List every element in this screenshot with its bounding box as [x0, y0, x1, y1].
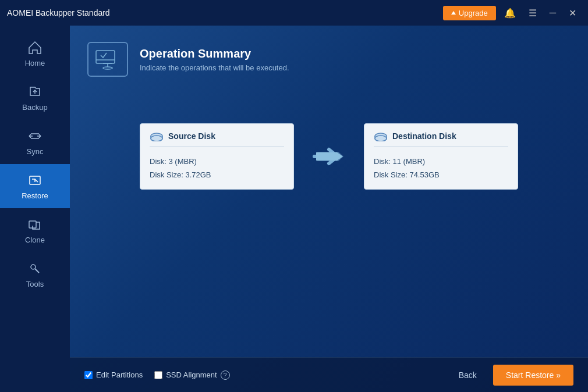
notifications-button[interactable]: 🔔	[500, 5, 520, 21]
sidebar-item-clone[interactable]: Clone	[0, 208, 70, 252]
upgrade-label: Upgrade	[459, 9, 488, 17]
bell-icon: 🔔	[504, 8, 516, 19]
destination-disk-title: Destination Disk	[392, 131, 456, 141]
destination-disk-size: Disk Size: 74.53GB	[374, 168, 508, 181]
tools-icon	[27, 261, 43, 277]
ssd-alignment-help-icon[interactable]: ?	[221, 370, 230, 380]
back-button[interactable]: Back	[452, 367, 484, 383]
destination-disk-body: Disk: 11 (MBR) Disk Size: 74.53GB	[374, 155, 508, 182]
content-area: Operation Summary Indicate the operation…	[70, 26, 588, 392]
titlebar: AOMEI Backupper Standard Upgrade 🔔 ☰ ─ ✕	[0, 0, 588, 26]
clone-icon	[27, 216, 43, 233]
ssd-alignment-checkbox[interactable]	[154, 371, 162, 379]
sidebar-item-sync[interactable]: Sync	[0, 120, 70, 164]
destination-disk-number: Disk: 11 (MBR)	[374, 155, 508, 168]
destination-disk-card: Destination Disk Disk: 11 (MBR) Disk Siz…	[364, 123, 518, 190]
main-layout: Home Backup Sync Restore	[0, 26, 588, 392]
hamburger-icon: ☰	[529, 8, 537, 19]
page-subtitle: Indicate the operations that will be exe…	[140, 63, 289, 72]
app-title: AOMEI Backupper Standard	[7, 8, 110, 17]
content-header: Operation Summary Indicate the operation…	[70, 26, 588, 88]
source-disk-number: Disk: 3 (MBR)	[150, 155, 284, 168]
sidebar-item-backup[interactable]: Backup	[0, 76, 70, 120]
edit-partitions-checkbox[interactable]	[84, 371, 93, 379]
destination-disk-header: Destination Disk	[374, 131, 508, 147]
upgrade-arrow-icon	[451, 11, 456, 15]
restore-icon	[27, 172, 43, 188]
svg-rect-2	[96, 51, 115, 63]
minimize-button[interactable]: ─	[545, 5, 561, 20]
source-disk-card: Source Disk Disk: 3 (MBR) Disk Size: 3.7…	[140, 123, 294, 190]
operation-summary-icon	[94, 47, 122, 72]
header-icon-box	[87, 42, 128, 77]
source-disk-icon	[150, 131, 164, 141]
source-disk-size: Disk Size: 3.72GB	[150, 168, 284, 181]
sidebar-item-restore[interactable]: Restore	[0, 164, 70, 208]
home-icon	[27, 40, 43, 56]
minimize-icon: ─	[550, 8, 556, 18]
sidebar-item-restore-label: Restore	[22, 191, 48, 200]
menu-button[interactable]: ☰	[524, 5, 541, 21]
sidebar-item-sync-label: Sync	[27, 147, 44, 156]
bottom-bar: Edit Partitions SSD Alignment ? Back Sta…	[70, 357, 588, 392]
sidebar: Home Backup Sync Restore	[0, 26, 70, 392]
operation-area: Source Disk Disk: 3 (MBR) Disk Size: 3.7…	[70, 123, 588, 190]
source-disk-header: Source Disk	[150, 131, 284, 147]
edit-partitions-checkbox-label[interactable]: Edit Partitions	[84, 370, 143, 379]
sidebar-item-backup-label: Backup	[22, 103, 47, 112]
sidebar-item-tools[interactable]: Tools	[0, 252, 70, 297]
titlebar-left: AOMEI Backupper Standard	[7, 8, 110, 17]
close-button[interactable]: ✕	[564, 5, 581, 21]
page-title: Operation Summary	[140, 47, 289, 60]
arrow-right-icon	[311, 145, 346, 168]
edit-partitions-label: Edit Partitions	[96, 370, 143, 379]
start-restore-button[interactable]: Start Restore »	[493, 365, 573, 386]
source-disk-title: Source Disk	[168, 131, 215, 141]
close-icon: ✕	[569, 8, 576, 19]
svg-point-3	[103, 67, 112, 69]
sidebar-item-home[interactable]: Home	[0, 31, 70, 76]
svg-point-9	[375, 136, 387, 141]
sidebar-item-tools-label: Tools	[26, 280, 44, 288]
svg-point-5	[151, 136, 162, 141]
ssd-alignment-label: SSD Alignment	[166, 370, 217, 379]
backup-icon	[27, 84, 43, 100]
sidebar-item-home-label: Home	[25, 59, 45, 67]
sidebar-item-clone-label: Clone	[25, 236, 45, 244]
bottom-right: Back Start Restore »	[452, 365, 573, 386]
header-text: Operation Summary Indicate the operation…	[140, 47, 289, 72]
ssd-alignment-checkbox-label[interactable]: SSD Alignment ?	[154, 370, 229, 380]
destination-disk-icon	[374, 131, 388, 141]
upgrade-button[interactable]: Upgrade	[443, 6, 496, 20]
titlebar-right: Upgrade 🔔 ☰ ─ ✕	[443, 5, 581, 21]
sync-icon	[27, 128, 43, 144]
source-disk-body: Disk: 3 (MBR) Disk Size: 3.72GB	[150, 155, 284, 182]
